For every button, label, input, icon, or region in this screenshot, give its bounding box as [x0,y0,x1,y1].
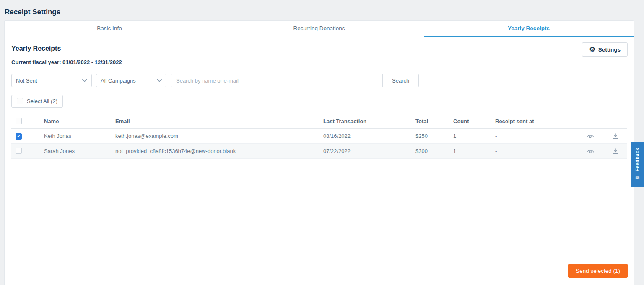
receipt-settings-card: Basic Info Recurring Donations Yearly Re… [4,20,634,285]
download-icon [613,148,618,154]
select-all-label: Select All (2) [27,98,57,104]
tab-bar: Basic Info Recurring Donations Yearly Re… [5,21,634,37]
tab-recurring-donations[interactable]: Recurring Donations [214,21,424,37]
download-icon [613,133,618,139]
cell-receipt-sent-at: - [494,133,576,139]
status-filter-select[interactable]: Not Sent [11,74,92,87]
eye-icon [587,149,594,154]
fiscal-year-text: Current fiscal year: 01/01/2022 - 12/31/… [11,59,627,65]
cell-last-transaction: 08/16/2022 [322,133,415,139]
cell-name: Keth Jonas [43,133,114,139]
panel-heading: Yearly Receipts [11,45,627,52]
tab-recurring-donations-label: Recurring Donations [293,25,345,31]
campaign-filter-select[interactable]: All Campaigns [96,74,166,87]
feedback-tab-label: Feedback [635,148,640,171]
table-row: Sarah Jones not_provided_c8a8fc1536b74e@… [11,144,627,159]
select-all-checkbox[interactable] [17,98,23,104]
preview-receipt-button[interactable] [576,134,603,139]
select-all-button[interactable]: Select All (2) [11,95,63,108]
header-email: Email [114,118,322,124]
gear-icon: ⚙ [589,46,595,53]
settings-button-label: Settings [598,47,621,53]
send-selected-button[interactable]: Send selected (1) [568,264,628,278]
download-receipt-button[interactable] [603,133,627,139]
receipts-table: Name Email Last Transaction Total Count … [11,114,627,159]
chevron-down-icon [157,79,162,82]
cell-count: 1 [452,133,494,139]
settings-button[interactable]: ⚙ Settings [582,42,628,57]
header-receipt-sent-at: Receipt sent at [494,118,576,124]
cell-name: Sarah Jones [43,148,114,154]
table-header-row: Name Email Last Transaction Total Count … [11,114,627,129]
header-checkbox[interactable] [16,118,22,124]
filter-row: Not Sent All Campaigns Search [11,74,627,87]
cell-email: keth.jonas@example.com [114,133,322,139]
search-button[interactable]: Search [383,74,419,87]
chevron-down-icon [82,79,87,82]
cell-receipt-sent-at: - [494,148,576,154]
preview-receipt-button[interactable] [576,149,603,154]
cell-count: 1 [452,148,494,154]
page-title: Receipt Settings [0,0,644,16]
download-receipt-button[interactable] [603,148,627,154]
status-filter-value: Not Sent [16,78,37,84]
feedback-tab[interactable]: Feedback ✉ [631,142,644,187]
search-input[interactable] [171,74,383,87]
tab-basic-info-label: Basic Info [97,25,122,31]
header-name: Name [43,118,114,124]
header-total: Total [415,118,452,124]
cell-last-transaction: 07/22/2022 [322,148,415,154]
header-last-transaction: Last Transaction [322,118,415,124]
cell-total: $250 [415,133,452,139]
campaign-filter-value: All Campaigns [101,78,136,84]
tab-yearly-receipts[interactable]: Yearly Receipts [424,21,634,37]
tab-basic-info[interactable]: Basic Info [5,21,214,37]
row-checkbox[interactable] [16,148,22,154]
mail-icon: ✉ [635,175,639,181]
cell-total: $300 [415,148,452,154]
row-checkbox[interactable] [16,133,22,140]
cell-email: not_provided_c8a8fc1536b74e@new-donor.bl… [114,148,322,154]
table-row: Keth Jonas keth.jonas@example.com 08/16/… [11,129,627,144]
yearly-receipts-panel: Yearly Receipts ⚙ Settings Current fisca… [5,37,634,285]
header-count: Count [452,118,494,124]
tab-yearly-receipts-label: Yearly Receipts [508,25,550,31]
eye-icon [587,134,594,139]
